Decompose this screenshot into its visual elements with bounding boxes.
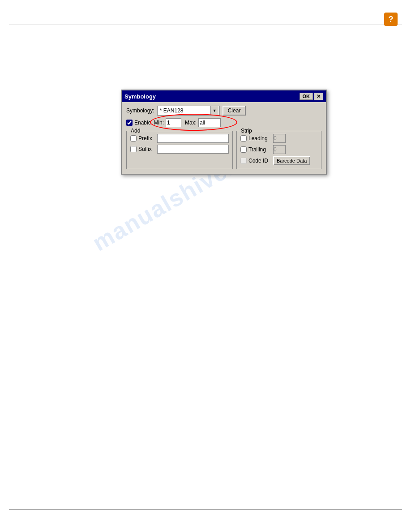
- max-input[interactable]: [198, 118, 221, 127]
- dialog-title: Symbology: [124, 93, 156, 100]
- leading-row: Leading: [240, 134, 317, 143]
- symbology-dropdown-text: * EAN128: [158, 107, 210, 114]
- second-rule: [9, 36, 152, 36]
- symbology-dropdown-arrow[interactable]: ▼: [210, 106, 218, 115]
- code-id-row: Code ID Barcode Data: [240, 156, 317, 165]
- dialog-two-col: Add Prefix Suffix Strip Leading: [126, 131, 321, 169]
- code-id-checkbox[interactable]: [240, 158, 247, 164]
- top-rule: [9, 25, 402, 25]
- min-max-container: Min: Max:: [154, 118, 221, 127]
- symbology-label: Symbology:: [126, 107, 154, 114]
- leading-input[interactable]: [273, 134, 286, 143]
- min-input[interactable]: [166, 118, 181, 127]
- symbology-dialog: Symbology OK ✕ Symbology: * EAN128 ▼ Cle…: [121, 90, 327, 175]
- leading-label: Leading: [248, 135, 273, 142]
- prefix-label: Prefix: [138, 135, 157, 142]
- strip-legend: Strip: [240, 128, 253, 134]
- suffix-row: Suffix: [130, 145, 229, 154]
- strip-section: Strip Leading Trailing Code ID Barcode D…: [236, 131, 321, 169]
- add-section: Add Prefix Suffix: [126, 131, 233, 169]
- prefix-row: Prefix: [130, 134, 229, 143]
- prefix-checkbox[interactable]: [130, 135, 137, 142]
- bottom-rule: [9, 509, 402, 510]
- enable-label: Enable: [134, 120, 151, 126]
- enable-checkbox[interactable]: [126, 120, 133, 126]
- barcode-data-button[interactable]: Barcode Data: [273, 156, 310, 165]
- add-legend: Add: [129, 128, 141, 134]
- min-label: Min:: [154, 120, 164, 126]
- ok-button[interactable]: OK: [300, 93, 313, 100]
- suffix-checkbox[interactable]: [130, 146, 137, 152]
- trailing-checkbox[interactable]: [240, 146, 247, 153]
- trailing-label: Trailing: [248, 146, 273, 153]
- clear-button[interactable]: Clear: [223, 106, 246, 116]
- dialog-titlebar: Symbology OK ✕: [122, 90, 326, 102]
- dialog-content: Symbology: * EAN128 ▼ Clear Enable Min: …: [122, 102, 326, 174]
- trailing-input[interactable]: [273, 145, 286, 154]
- enable-checkbox-container: Enable: [126, 120, 151, 126]
- leading-checkbox[interactable]: [240, 135, 247, 142]
- max-label: Max:: [185, 120, 197, 126]
- close-button[interactable]: ✕: [314, 93, 323, 100]
- symbology-row: Symbology: * EAN128 ▼ Clear: [126, 106, 321, 116]
- trailing-row: Trailing: [240, 145, 317, 154]
- dialog-title-buttons: OK ✕: [300, 93, 324, 100]
- help-icon[interactable]: ?: [384, 13, 398, 26]
- suffix-input[interactable]: [157, 145, 229, 154]
- enable-row: Enable Min: Max:: [126, 118, 321, 127]
- symbology-dropdown[interactable]: * EAN128 ▼: [157, 106, 220, 116]
- prefix-input[interactable]: [157, 134, 229, 143]
- suffix-label: Suffix: [138, 146, 157, 152]
- code-id-label: Code ID: [248, 158, 273, 164]
